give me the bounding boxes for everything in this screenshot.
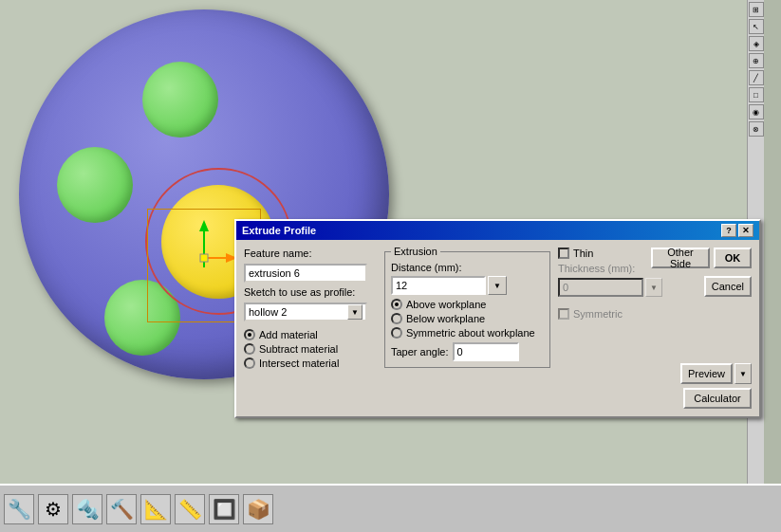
svg-marker-1 bbox=[199, 220, 209, 231]
above-workplane-option[interactable]: Above workplane bbox=[391, 299, 544, 310]
top-buttons-row: Other Side OK bbox=[670, 248, 752, 268]
symmetric-checkbox bbox=[558, 308, 569, 320]
thickness-dropdown-arrow: ▼ bbox=[645, 278, 662, 297]
subtract-material-radio[interactable] bbox=[244, 343, 255, 355]
taskbar-icon-7[interactable]: 🔲 bbox=[209, 494, 239, 524]
below-workplane-label: Below workplane bbox=[406, 313, 485, 324]
taskbar-icon-3[interactable]: 🔩 bbox=[72, 494, 102, 524]
taper-input[interactable] bbox=[453, 342, 519, 361]
calculator-button[interactable]: Calculator bbox=[683, 388, 752, 409]
taskbar-icon-4[interactable]: 🔨 bbox=[106, 494, 137, 524]
toolbar-btn-8[interactable]: ⊗ bbox=[749, 121, 764, 137]
add-material-dot bbox=[248, 333, 251, 337]
toolbar-btn-1[interactable]: ⊞ bbox=[749, 2, 764, 17]
cancel-button-row: Cancel bbox=[670, 276, 752, 297]
dialog-middle-column: Extrusion Distance (mm): ▼ Above workpla… bbox=[384, 248, 550, 409]
other-side-button[interactable]: Other Side bbox=[651, 248, 710, 268]
green-circle-left bbox=[57, 147, 133, 223]
preview-row: Preview ▼ bbox=[680, 363, 752, 384]
extrusion-group-label: Extrusion bbox=[391, 246, 440, 257]
thickness-input-row: ▼ bbox=[558, 278, 662, 297]
taskbar-icon-1[interactable]: 🔧 bbox=[4, 494, 34, 524]
extrude-profile-dialog: Extrude Profile ? ✕ Feature name: Sketch… bbox=[234, 219, 761, 418]
dialog-action-buttons: Other Side OK Cancel Preview ▼ Calculato… bbox=[670, 248, 752, 409]
distance-label: Distance (mm): bbox=[391, 262, 544, 273]
taper-row: Taper angle: bbox=[391, 342, 544, 361]
sketch-dropdown-value: hollow 2 bbox=[249, 306, 287, 318]
close-button[interactable]: ✕ bbox=[738, 224, 753, 237]
above-workplane-label: Above workplane bbox=[406, 299, 486, 310]
toolbar-btn-2[interactable]: ↖ bbox=[749, 19, 764, 34]
sketch-label: Sketch to use as profile: bbox=[244, 286, 377, 298]
distance-row: Distance (mm): ▼ bbox=[391, 262, 544, 295]
toolbar-btn-6[interactable]: □ bbox=[749, 87, 764, 102]
dialog-right-column: Thin Thickness (mm): ▼ Symmetric bbox=[558, 248, 662, 409]
below-workplane-option[interactable]: Below workplane bbox=[391, 313, 544, 324]
sketch-dropdown-arrow[interactable]: ▼ bbox=[347, 304, 363, 320]
add-material-label: Add material bbox=[259, 329, 318, 340]
feature-name-label: Feature name: bbox=[244, 248, 377, 259]
taskbar-icon-8[interactable]: 📦 bbox=[243, 494, 273, 524]
symmetric-row: Symmetric bbox=[558, 308, 662, 320]
symmetric-workplane-option[interactable]: Symmetric about workplane bbox=[391, 327, 544, 339]
ok-button[interactable]: OK bbox=[714, 248, 752, 268]
symmetric-workplane-radio[interactable] bbox=[391, 327, 402, 339]
toolbar-btn-7[interactable]: ◉ bbox=[749, 104, 764, 119]
intersect-material-option[interactable]: Intersect material bbox=[244, 358, 377, 369]
intersect-material-radio[interactable] bbox=[244, 358, 255, 369]
dialog-title: Extrude Profile bbox=[242, 225, 316, 236]
taskbar-icon-2[interactable]: ⚙ bbox=[38, 494, 68, 524]
workplane-radio-group: Above workplane Below workplane Symmetri… bbox=[391, 299, 544, 339]
extrusion-group: Extrusion Distance (mm): ▼ Above workpla… bbox=[384, 251, 550, 368]
dialog-content: Feature name: Sketch to use as profile: … bbox=[236, 240, 759, 416]
feature-name-input[interactable] bbox=[244, 264, 367, 283]
green-circle-top bbox=[142, 62, 218, 138]
taskbar-icon-6[interactable]: 📏 bbox=[175, 494, 205, 524]
above-workplane-dot bbox=[395, 303, 399, 306]
distance-input[interactable] bbox=[391, 276, 486, 295]
preview-dropdown-arrow[interactable]: ▼ bbox=[735, 363, 752, 384]
help-button[interactable]: ? bbox=[721, 224, 736, 237]
taskbar-icon-5[interactable]: 📐 bbox=[140, 494, 171, 524]
subtract-material-label: Subtract material bbox=[259, 343, 338, 355]
thin-checkbox[interactable] bbox=[558, 248, 569, 259]
titlebar-buttons: ? ✕ bbox=[721, 224, 753, 237]
toolbar-btn-5[interactable]: ╱ bbox=[749, 70, 764, 85]
add-material-radio[interactable] bbox=[244, 329, 255, 340]
preview-button[interactable]: Preview bbox=[680, 363, 733, 384]
intersect-material-label: Intersect material bbox=[259, 358, 339, 369]
material-radio-group: Add material Subtract material Intersect… bbox=[244, 329, 377, 369]
bottom-buttons-row: Preview ▼ Calculator bbox=[670, 363, 752, 409]
above-workplane-radio[interactable] bbox=[391, 299, 402, 310]
add-material-option[interactable]: Add material bbox=[244, 329, 377, 340]
toolbar-btn-3[interactable]: ◈ bbox=[749, 36, 764, 51]
symmetric-label: Symmetric bbox=[573, 308, 623, 320]
symmetric-workplane-label: Symmetric about workplane bbox=[406, 327, 535, 339]
subtract-material-option[interactable]: Subtract material bbox=[244, 343, 377, 355]
distance-input-row: ▼ bbox=[391, 276, 544, 295]
svg-rect-4 bbox=[200, 254, 208, 262]
axis-arrows bbox=[166, 211, 242, 286]
thin-label: Thin bbox=[573, 248, 593, 259]
taper-label: Taper angle: bbox=[391, 346, 449, 358]
thin-row: Thin bbox=[558, 248, 662, 259]
taskbar: 🔧 ⚙ 🔩 🔨 📐 📏 🔲 📦 bbox=[0, 484, 781, 532]
thickness-input bbox=[558, 278, 643, 297]
sketch-dropdown[interactable]: hollow 2 ▼ bbox=[244, 303, 367, 321]
dialog-left-column: Feature name: Sketch to use as profile: … bbox=[244, 248, 377, 409]
thickness-label: Thickness (mm): bbox=[558, 263, 662, 274]
below-workplane-radio[interactable] bbox=[391, 313, 402, 324]
dialog-titlebar: Extrude Profile ? ✕ bbox=[236, 221, 759, 240]
cancel-button[interactable]: Cancel bbox=[704, 276, 752, 297]
toolbar-btn-4[interactable]: ⊕ bbox=[749, 53, 764, 68]
distance-dropdown-arrow[interactable]: ▼ bbox=[488, 276, 507, 295]
